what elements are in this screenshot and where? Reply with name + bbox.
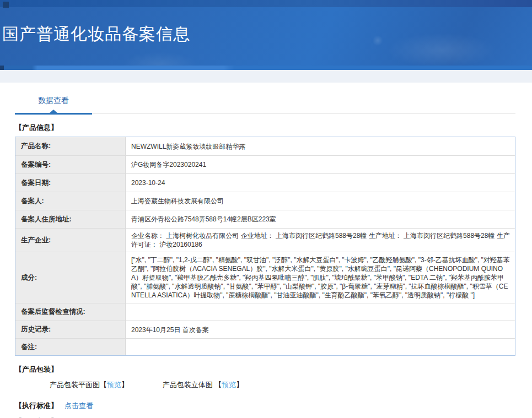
row-value: 2023-10-24: [126, 174, 515, 192]
row-label: 备案后监督检查情况:: [15, 303, 126, 321]
table-row-ingredients: 成分: ["水", "丁二醇", "1,2-戊二醇", "精氨酸", "双甘油"…: [15, 252, 515, 303]
packaging-flat-item: 产品包装平面图【预览】: [50, 381, 128, 389]
row-label: 成分:: [15, 252, 126, 303]
packaging-flat-label: 产品包装平面图: [50, 381, 100, 389]
bracket-open: 【: [100, 381, 107, 389]
section-title-packaging: 【产品包装】: [15, 365, 515, 374]
row-label: 备案人住所地址:: [15, 210, 126, 228]
page-header-banner: 国产普通化妆品备案信息: [0, 0, 532, 70]
row-value: 2023年10月25日 首次备案: [126, 321, 515, 338]
row-value: 企业名称： 上海柯树化妆品有限公司 企业地址： 上海市闵行区纪鹤路588号28幢…: [126, 229, 515, 252]
row-label: 备案编号:: [15, 156, 126, 173]
row-value: ["水", "丁二醇", "1,2-戊二醇", "精氨酸", "双甘油", "泛…: [126, 252, 515, 303]
decor-square-bottom-left: [0, 66, 4, 70]
tab-bar: 数据查看: [15, 83, 515, 114]
content-card: 数据查看 【产品信息】 产品名称: NEWZWILL新姿葳紧致淡纹眼部精华露 备…: [0, 83, 532, 418]
row-label: 备案人:: [15, 192, 126, 210]
table-row-remarks: 备注:: [15, 338, 515, 355]
table-row-manufacturer: 生产企业: 企业名称： 上海柯树化妆品有限公司 企业地址： 上海市闵行区纪鹤路5…: [15, 228, 515, 252]
row-value: [126, 303, 515, 321]
row-value: [126, 339, 515, 355]
table-row-product-name: 产品名称: NEWZWILL新姿葳紧致淡纹眼部精华露: [15, 137, 515, 155]
packaging-stereo-label: 产品包装立体图: [163, 381, 215, 389]
row-value: 上海姿葳生物科技发展有限公司: [126, 192, 515, 210]
row-value: 沪G妆网备字2023020241: [126, 156, 515, 173]
packaging-stereo-item: 产品包装立体图 【预览】: [163, 381, 244, 389]
packaging-row: 产品包装平面图【预览】 产品包装立体图 【预览】: [50, 380, 515, 390]
bracket-close: 】: [236, 381, 243, 389]
decor-square-top-left: [3, 2, 9, 8]
bracket-close: 】: [121, 381, 128, 389]
tab-data-view[interactable]: 数据查看: [15, 83, 92, 115]
section-title-product-info: 【产品信息】: [15, 123, 515, 133]
row-value: NEWZWILL新姿葳紧致淡纹眼部精华露: [126, 137, 515, 155]
row-label: 生产企业:: [15, 229, 126, 252]
table-row-filer: 备案人: 上海姿葳生物科技发展有限公司: [15, 192, 515, 210]
packaging-flat-preview-link[interactable]: 预览: [107, 381, 121, 389]
row-label: 备注:: [15, 339, 126, 355]
row-label: 产品名称:: [15, 137, 126, 155]
standard-row: 【执行标准】 点击查看: [15, 401, 515, 411]
table-row-supervision: 备案后监督检查情况:: [15, 303, 515, 321]
decor-bottom-strip: [0, 66, 532, 70]
row-label: 历史记录:: [15, 321, 126, 338]
standard-view-link[interactable]: 点击查看: [65, 401, 93, 411]
page-title: 国产普通化妆品备案信息: [2, 23, 190, 46]
section-title-standard: 【执行标准】: [15, 401, 58, 411]
table-row-filer-address: 备案人住所地址: 青浦区外青松公路7548弄588号14幢2层B区223室: [15, 210, 515, 228]
spacer-band: [0, 70, 532, 83]
table-row-history: 历史记录: 2023年10月25日 首次备案: [15, 321, 515, 338]
row-label: 备案日期:: [15, 174, 126, 192]
row-value: 青浦区外青松公路7548弄588号14幢2层B区223室: [126, 210, 515, 228]
packaging-stereo-preview-link[interactable]: 预览: [222, 381, 236, 389]
table-row-filing-number: 备案编号: 沪G妆网备字2023020241: [15, 155, 515, 173]
table-row-filing-date: 备案日期: 2023-10-24: [15, 173, 515, 192]
bracket-open: 【: [214, 381, 222, 389]
product-info-table: 产品名称: NEWZWILL新姿葳紧致淡纹眼部精华露 备案编号: 沪G妆网备字2…: [15, 137, 515, 356]
